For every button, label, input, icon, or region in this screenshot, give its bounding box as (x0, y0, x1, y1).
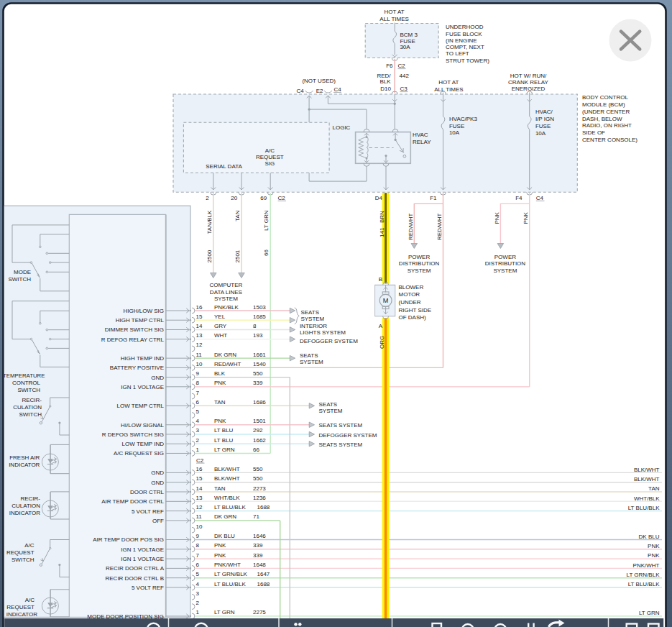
svg-text:DEFOGGER SYSTEM: DEFOGGER SYSTEM (300, 338, 358, 344)
svg-text:A/C: A/C (24, 542, 34, 549)
svg-text:2501: 2501 (234, 250, 241, 262)
svg-text:6: 6 (196, 399, 200, 406)
svg-text:DEFOGGER SYSTEM: DEFOGGER SYSTEM (319, 432, 377, 439)
svg-text:PNK: PNK (214, 542, 226, 549)
svg-text:AIR TEMP DOOR CTRL: AIR TEMP DOOR CTRL (101, 498, 164, 505)
svg-text:SYSTEM: SYSTEM (300, 359, 323, 365)
svg-text:UNDERHOOD: UNDERHOOD (446, 24, 484, 30)
svg-text:292: 292 (253, 427, 263, 434)
svg-text:DK BLU: DK BLU (214, 533, 235, 539)
svg-text:IGN 1 VOLTAGE: IGN 1 VOLTAGE (121, 384, 164, 390)
svg-text:9: 9 (196, 533, 200, 539)
svg-text:C3: C3 (400, 86, 408, 92)
svg-text:TAN: TAN (214, 485, 226, 492)
svg-text:DASH, BELOW: DASH, BELOW (582, 116, 622, 122)
svg-text:DISTRIBUTION: DISTRIBUTION (485, 260, 526, 267)
svg-text:4: 4 (196, 418, 200, 424)
svg-text:DIMMER SWITCH SIG: DIMMER SWITCH SIG (105, 326, 164, 333)
svg-text:F6: F6 (386, 63, 393, 69)
svg-text:141: 141 (379, 227, 385, 237)
svg-text:HOT AT: HOT AT (438, 79, 459, 86)
svg-text:DISTRIBUTION: DISTRIBUTION (399, 260, 440, 267)
svg-text:16: 16 (196, 466, 203, 472)
svg-text:1501: 1501 (253, 418, 266, 424)
svg-text:BLK/WHT: BLK/WHT (634, 476, 660, 482)
svg-text:C4: C4 (333, 86, 341, 93)
svg-text:IGN 1 VOLTAGE: IGN 1 VOLTAGE (121, 556, 164, 562)
svg-text:71: 71 (253, 513, 259, 520)
svg-text:FUSE: FUSE (449, 123, 464, 129)
svg-text:C4: C4 (536, 195, 544, 201)
svg-text:POWER: POWER (408, 254, 430, 260)
svg-text:3: 3 (196, 590, 200, 597)
svg-text:5: 5 (196, 408, 200, 415)
svg-text:20: 20 (231, 195, 237, 201)
svg-text:C4: C4 (297, 88, 305, 94)
svg-text:1540: 1540 (253, 361, 266, 367)
svg-text:2: 2 (196, 437, 200, 444)
svg-text:4: 4 (196, 581, 200, 587)
svg-text:DOOR CTRL: DOOR CTRL (130, 489, 165, 495)
svg-text:14: 14 (196, 485, 203, 492)
svg-text:TO LEFT: TO LEFT (446, 50, 469, 57)
svg-text:LT BLU/BLK: LT BLU/BLK (628, 505, 660, 511)
svg-text:3: 3 (196, 427, 200, 434)
svg-text:F1: F1 (430, 195, 437, 201)
svg-text:RECIR-: RECIR- (22, 397, 42, 403)
svg-text:2275: 2275 (253, 609, 266, 615)
svg-text:DK BLU: DK BLU (639, 534, 660, 540)
svg-text:WHT/BLK: WHT/BLK (214, 495, 240, 501)
svg-text:2: 2 (196, 600, 200, 606)
svg-text:FRESH AIR: FRESH AIR (9, 454, 40, 461)
svg-text:HOT W/ RUN/: HOT W/ RUN/ (510, 73, 547, 79)
svg-text:ALL TIMES: ALL TIMES (379, 16, 408, 22)
svg-text:SEATS SYSTEM: SEATS SYSTEM (319, 441, 363, 448)
svg-text:SWITCH: SWITCH (11, 557, 34, 563)
svg-text:E2: E2 (316, 88, 323, 94)
svg-text:ALL TIMES: ALL TIMES (434, 86, 463, 93)
svg-text:REQUEST: REQUEST (256, 154, 284, 160)
svg-text:8: 8 (196, 380, 200, 386)
svg-text:(UNDER: (UNDER (399, 299, 421, 306)
svg-text:2500: 2500 (206, 250, 213, 262)
svg-text:LT BLU/BLK: LT BLU/BLK (628, 581, 660, 587)
svg-text:RED/WHT: RED/WHT (214, 361, 241, 367)
svg-text:PNK: PNK (214, 418, 226, 424)
svg-text:SEATS: SEATS (319, 401, 338, 408)
svg-text:RECIR DOOR CTRL A: RECIR DOOR CTRL A (106, 565, 165, 572)
svg-text:BLK: BLK (214, 370, 226, 377)
svg-text:D10: D10 (380, 86, 391, 92)
svg-text:SYSTEM: SYSTEM (408, 267, 431, 274)
svg-text:COMPUTER: COMPUTER (210, 282, 243, 288)
svg-text:PNK: PNK (523, 211, 529, 224)
svg-text:10: 10 (196, 361, 203, 367)
svg-text:1648: 1648 (253, 562, 266, 568)
svg-text:PNK: PNK (494, 211, 500, 224)
svg-text:BATTERY POSITIVE: BATTERY POSITIVE (110, 365, 164, 371)
svg-text:INDICATOR: INDICATOR (9, 510, 40, 516)
svg-text:PNK/WHT: PNK/WHT (633, 562, 660, 569)
svg-text:193: 193 (253, 332, 263, 339)
svg-text:B: B (379, 276, 382, 283)
svg-text:HOT AT: HOT AT (385, 9, 405, 15)
svg-text:MODULE (BCM): MODULE (BCM) (582, 101, 625, 108)
svg-text:SERIAL DATA: SERIAL DATA (206, 163, 242, 170)
svg-text:CULATION: CULATION (13, 404, 42, 411)
svg-text:PNK: PNK (214, 552, 226, 559)
svg-text:HVAC/PK3: HVAC/PK3 (449, 116, 478, 122)
svg-text:9: 9 (196, 370, 200, 377)
svg-text:BCM 3: BCM 3 (400, 32, 418, 38)
svg-text:SEATS: SEATS (300, 309, 319, 316)
svg-text:5: 5 (196, 571, 200, 577)
svg-text:1503: 1503 (253, 304, 266, 311)
svg-text:LT GRN/BLK: LT GRN/BLK (627, 572, 661, 578)
svg-text:LT BLU/BLK: LT BLU/BLK (214, 504, 246, 511)
svg-text:1685: 1685 (253, 314, 266, 320)
svg-text:12: 12 (196, 504, 203, 511)
svg-text:339: 339 (253, 552, 263, 559)
svg-text:STRUT TOWER): STRUT TOWER) (446, 58, 489, 64)
svg-text:LT GRN: LT GRN (639, 610, 660, 616)
svg-text:COMPT, NEXT: COMPT, NEXT (446, 44, 484, 50)
svg-text:BLK/WHT: BLK/WHT (214, 466, 240, 472)
svg-text:PNK/WHT: PNK/WHT (214, 562, 241, 568)
